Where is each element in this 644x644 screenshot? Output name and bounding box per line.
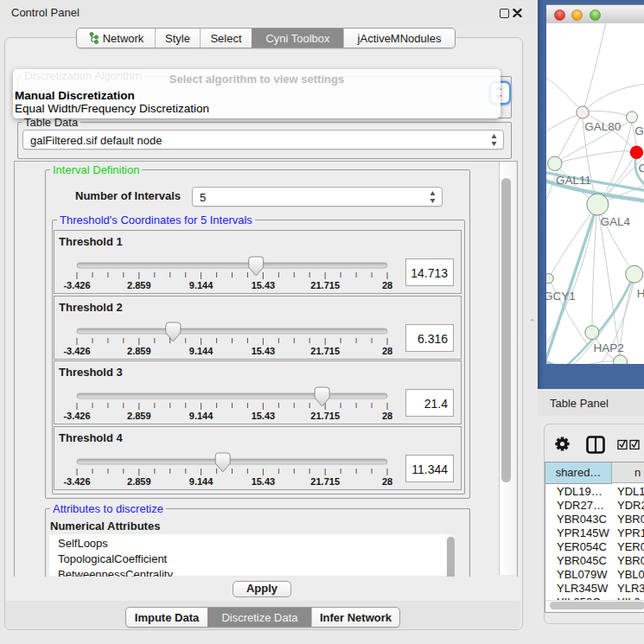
- svg-text:28: 28: [382, 346, 392, 356]
- svg-text:2.859: 2.859: [127, 280, 151, 290]
- svg-text:15.43: 15.43: [252, 346, 276, 356]
- svg-text:28: 28: [382, 411, 392, 421]
- svg-text:-3.426: -3.426: [63, 280, 90, 290]
- svg-text:HAP2: HAP2: [593, 341, 623, 354]
- svg-text:GAL4: GAL4: [601, 215, 631, 228]
- svg-text:GAL11: GAL11: [556, 174, 591, 187]
- svg-text:H: H: [637, 287, 644, 300]
- svg-text:GA: GA: [634, 124, 644, 137]
- svg-text:9.144: 9.144: [189, 346, 214, 356]
- svg-text:28: 28: [382, 280, 392, 290]
- svg-text:28: 28: [382, 476, 392, 487]
- svg-text:9.144: 9.144: [189, 476, 214, 487]
- svg-text:21.715: 21.715: [310, 411, 340, 421]
- svg-text:-3.426: -3.426: [63, 411, 90, 421]
- svg-text:2.859: 2.859: [127, 476, 151, 487]
- svg-text:2.859: 2.859: [127, 411, 151, 421]
- svg-text:15.43: 15.43: [252, 280, 276, 290]
- svg-text:-3.426: -3.426: [63, 346, 90, 356]
- svg-text:9.144: 9.144: [189, 411, 214, 421]
- svg-text:-3.426: -3.426: [63, 476, 90, 487]
- svg-text:21.715: 21.715: [310, 476, 340, 487]
- svg-text:15.43: 15.43: [252, 476, 276, 487]
- svg-text:GAL80: GAL80: [584, 120, 621, 133]
- svg-text:21.715: 21.715: [310, 346, 340, 356]
- svg-text:GCY1: GCY1: [546, 290, 576, 303]
- svg-text:9.144: 9.144: [189, 280, 214, 290]
- svg-text:15.43: 15.43: [252, 411, 276, 421]
- svg-text:21.715: 21.715: [310, 280, 340, 290]
- svg-text:2.859: 2.859: [127, 346, 151, 356]
- svg-text:C: C: [639, 162, 644, 175]
